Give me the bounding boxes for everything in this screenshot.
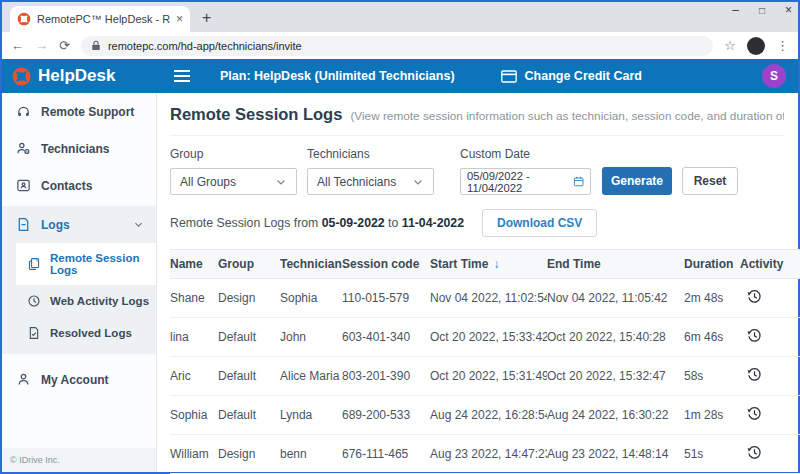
cell-group: Design xyxy=(218,279,280,318)
session-history-icon[interactable] xyxy=(746,444,763,461)
cell-technician: Alice Maria xyxy=(280,357,342,396)
cell-technician: benn xyxy=(280,435,342,474)
sidebar-item-logs[interactable]: Logs xyxy=(2,206,156,243)
hamburger-menu-icon[interactable] xyxy=(174,70,190,82)
new-tab-button[interactable]: + xyxy=(202,9,211,27)
col-duration: Duration xyxy=(684,250,740,279)
sidebar-item-my-account[interactable]: My Account xyxy=(2,361,156,398)
sidebar: Remote Support Technicians Contacts xyxy=(2,93,157,472)
technicians-select[interactable]: All Technicians xyxy=(307,168,434,195)
cell-start-time: Aug 24 2022, 16:28:54 xyxy=(430,396,547,435)
change-credit-card-label: Change Credit Card xyxy=(525,69,642,83)
table-body: Shane Design Sophia 110-015-579 Nov 04 2… xyxy=(170,279,800,474)
bookmark-star-icon[interactable]: ☆ xyxy=(724,38,736,53)
tab-title: RemotePC™ HelpDesk - Remote xyxy=(37,13,170,25)
col-activity: Activity xyxy=(740,250,800,279)
session-history-icon[interactable] xyxy=(746,366,763,383)
cell-duration: 58s xyxy=(684,357,740,396)
minimize-button[interactable]: – xyxy=(732,3,739,17)
cell-session-code: 603-401-340 xyxy=(342,318,430,357)
custom-date-label: Custom Date xyxy=(460,147,591,161)
date-range-input[interactable]: 05/09/2022 - 11/04/2022 xyxy=(460,168,591,195)
cell-end-time: Aug 23 2022, 14:48:14 xyxy=(547,435,684,474)
group-filter: Group All Groups xyxy=(170,147,297,195)
reload-icon[interactable]: ⟳ xyxy=(59,39,70,52)
chevron-down-icon xyxy=(275,176,287,188)
cell-technician: Sophia xyxy=(280,279,342,318)
url-text: remotepc.com/hd-app/technicians/invite xyxy=(108,40,302,52)
lifebuoy-logo-icon xyxy=(12,67,31,86)
cell-end-time: Aug 24 2022, 16:30:22 xyxy=(547,396,684,435)
sidebar-logs-group: Logs Remote Session Logs xyxy=(2,206,156,354)
window-controls: – □ × xyxy=(732,3,792,17)
table-row: lina Default John 603-401-340 Oct 20 202… xyxy=(170,318,800,357)
col-start-time[interactable]: Start Time↓ xyxy=(430,250,547,279)
browser-menu-icon[interactable]: ⋮ xyxy=(776,38,789,53)
col-end-time: End Time xyxy=(547,250,684,279)
cell-name: William xyxy=(170,435,218,474)
headset-icon xyxy=(16,104,31,119)
tab-close-icon[interactable]: × xyxy=(176,12,183,26)
group-label: Group xyxy=(170,147,297,161)
session-history-icon[interactable] xyxy=(746,327,763,344)
cell-technician: John xyxy=(280,318,342,357)
cell-activity xyxy=(740,318,800,357)
cell-start-time: Oct 20 2022, 15:33:42 xyxy=(430,318,547,357)
maximize-button[interactable]: □ xyxy=(759,5,765,16)
user-avatar[interactable]: S xyxy=(762,64,786,88)
sidebar-item-resolved-logs[interactable]: Resolved Logs xyxy=(16,317,156,349)
helpdesk-logo[interactable]: HelpDesk xyxy=(2,66,157,86)
main-content: Remote Session Logs (View remote session… xyxy=(157,93,798,472)
generate-button[interactable]: Generate xyxy=(602,167,672,195)
session-logs-table: Name Group Technician Session code Start… xyxy=(170,249,784,474)
credit-card-icon xyxy=(501,70,517,83)
forward-icon[interactable]: → xyxy=(35,39,48,52)
cell-group: Default xyxy=(218,357,280,396)
group-select-value: All Groups xyxy=(180,175,236,189)
table-row: William Design benn 676-111-465 Aug 23 2… xyxy=(170,435,800,474)
clock-icon xyxy=(27,294,41,308)
cell-name: Aric xyxy=(170,357,218,396)
col-name: Name xyxy=(170,250,218,279)
cell-duration: 1m 28s xyxy=(684,396,740,435)
sort-descending-icon[interactable]: ↓ xyxy=(493,257,499,271)
browser-tab[interactable]: RemotePC™ HelpDesk - Remote × xyxy=(10,6,190,32)
sidebar-item-label: Remote Support xyxy=(41,105,134,119)
summary-row: Remote Session Logs from 05-09-2022 to 1… xyxy=(170,209,784,237)
person-icon xyxy=(16,372,31,387)
cell-activity xyxy=(740,279,800,318)
change-credit-card-link[interactable]: Change Credit Card xyxy=(501,69,642,83)
calendar-icon[interactable] xyxy=(573,175,584,188)
cell-duration: 6m 46s xyxy=(684,318,740,357)
sidebar-item-web-activity-logs[interactable]: Web Activity Logs xyxy=(16,285,156,317)
title-row: Remote Session Logs (View remote session… xyxy=(170,105,784,136)
sidebar-item-contacts[interactable]: Contacts xyxy=(2,167,156,204)
cell-end-time: Oct 20 2022, 15:32:47 xyxy=(547,357,684,396)
sidebar-item-remote-support[interactable]: Remote Support xyxy=(2,93,156,130)
url-field[interactable]: remotepc.com/hd-app/technicians/invite xyxy=(81,36,713,56)
table-header-row: Name Group Technician Session code Start… xyxy=(170,250,800,279)
group-select[interactable]: All Groups xyxy=(170,168,297,195)
sidebar-item-label: Technicians xyxy=(41,142,109,156)
sidebar-item-technicians[interactable]: Technicians xyxy=(2,130,156,167)
filters-row: Group All Groups Technicians All Technic… xyxy=(170,147,784,195)
sidebar-item-remote-session-logs[interactable]: Remote Session Logs xyxy=(16,243,156,285)
session-history-icon[interactable] xyxy=(746,405,763,422)
cell-activity xyxy=(740,435,800,474)
browser-profile-avatar[interactable] xyxy=(747,37,765,55)
date-range-value: 05/09/2022 - 11/04/2022 xyxy=(467,170,573,194)
back-icon[interactable]: ← xyxy=(11,39,24,52)
custom-date-filter: Custom Date 05/09/2022 - 11/04/2022 xyxy=(460,147,591,195)
chevron-down-icon xyxy=(412,176,424,188)
download-csv-button[interactable]: Download CSV xyxy=(482,209,597,237)
browser-tab-strip: RemotePC™ HelpDesk - Remote × + – □ × xyxy=(2,2,798,32)
cell-start-time: Nov 04 2022, 11:02:54 xyxy=(430,279,547,318)
cell-duration: 51s xyxy=(684,435,740,474)
plan-label: Plan: HelpDesk (Unlimited Technicians) xyxy=(220,69,455,83)
reset-button[interactable]: Reset xyxy=(682,167,738,195)
session-history-icon[interactable] xyxy=(746,288,763,305)
technicians-filter: Technicians All Technicians xyxy=(307,147,434,195)
close-button[interactable]: × xyxy=(785,3,792,17)
technician-icon xyxy=(16,141,31,156)
copyright-footer: © IDrive Inc. xyxy=(2,448,156,472)
